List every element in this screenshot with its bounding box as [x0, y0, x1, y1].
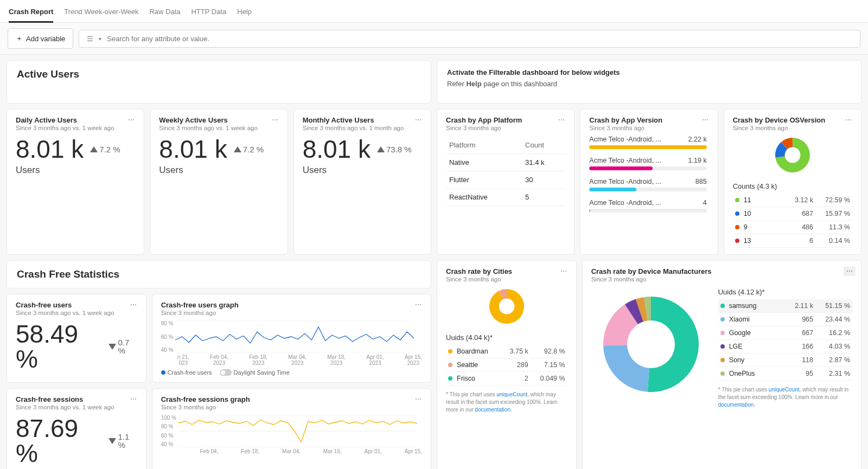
uniquecount-link[interactable]: uniqueCount [769, 387, 800, 393]
legend-value-1: 667 [781, 329, 813, 337]
tick-label: Apr 01, 2023 [366, 354, 384, 366]
more-icon[interactable]: ⋯ [560, 267, 567, 275]
more-icon[interactable]: ⋯ [130, 301, 137, 309]
card-sub: Since 3 months ago vs. 1 month ago [303, 125, 404, 131]
os-legend: 113.12 k72.59 %1068715.97 %948611.3 %136… [733, 194, 852, 248]
legend-row[interactable]: 948611.3 % [733, 221, 852, 234]
add-variable-button[interactable]: ＋ Add variable [8, 28, 73, 49]
tab-trend-week-over-week[interactable]: Trend Week-over-Week [64, 4, 138, 22]
legend-label: 13 [744, 237, 776, 245]
card-sub: Since 3 months ago [589, 125, 662, 131]
legend-row[interactable]: Google66716.2 % [718, 326, 852, 340]
tick-label: Mar 18, 2023 [327, 354, 346, 366]
crash-free-users-graph-card: Crash-free users graph Since 3 months ag… [152, 294, 431, 383]
more-icon[interactable]: ⋯ [844, 266, 856, 276]
tab-help[interactable]: Help [237, 4, 252, 22]
triangle-up-icon [234, 146, 241, 152]
table-row: Flutter30 [446, 171, 565, 189]
swatch-icon [720, 304, 725, 308]
tick-label: 80 % [161, 320, 174, 326]
svg-point-7 [499, 299, 514, 314]
bar-track [589, 209, 706, 213]
more-icon[interactable]: ⋯ [415, 301, 422, 309]
legend-row[interactable]: Sony1182.87 % [718, 354, 852, 367]
more-icon[interactable]: ⋯ [128, 116, 135, 124]
filter-toolbar: ＋ Add variable ☰ ▾ [0, 23, 868, 55]
value-text: 8.01 k [303, 137, 371, 162]
tick-label: 100 % [161, 415, 176, 421]
uniquecount-link[interactable]: uniqueCount [496, 391, 527, 397]
documentation-link[interactable]: documentation. [718, 402, 755, 408]
legend-value-2: 2.31 % [818, 370, 850, 377]
card-title: Crash-free sessions [16, 395, 114, 403]
more-icon[interactable]: ⋯ [130, 395, 137, 403]
change-indicator: 7.2 % [234, 145, 264, 153]
change-text: 1.1 % [118, 433, 137, 449]
tick-label: Mar 04, 2023 [288, 354, 307, 366]
more-icon[interactable]: ⋯ [272, 116, 279, 124]
tab-raw-data[interactable]: Raw Data [149, 4, 180, 22]
bar-fill [589, 166, 653, 170]
note-pre: * This pie chart uses [718, 387, 769, 393]
value-text: 87.69 % [16, 416, 102, 466]
bar-track [589, 145, 706, 149]
legend-value-1: 3.12 k [781, 196, 813, 204]
legend-row[interactable]: 113.12 k72.59 % [733, 194, 852, 207]
legend-value-2: 0.14 % [818, 237, 850, 245]
crash-os-card: Crash by Device OSVersion Since 3 months… [724, 109, 861, 255]
legend-row[interactable]: Boardman3.75 k92.8 % [446, 345, 567, 358]
bar-row: Acme Telco -Android, ...2.22 k [589, 136, 706, 149]
legend-value-2: 0.049 % [533, 375, 565, 382]
more-icon[interactable]: ⋯ [415, 395, 422, 403]
toggle-icon[interactable] [220, 369, 232, 376]
legend-row[interactable]: LGE1664.03 % [718, 340, 852, 354]
add-variable-label: Add variable [26, 35, 65, 43]
more-icon[interactable]: ⋯ [415, 116, 422, 124]
os-donut-chart [771, 133, 814, 177]
legend-row[interactable]: samsung2.11 k51.15 % [718, 299, 852, 313]
legend-row[interactable]: Seattle2897.15 % [446, 358, 567, 372]
legend-row[interactable]: 1068715.97 % [733, 207, 852, 221]
search-input[interactable] [107, 35, 852, 43]
legend-title: Uuids (4.12 k)* [718, 288, 852, 296]
legend-label: 11 [744, 196, 776, 204]
legend-row[interactable]: 1360.14 % [733, 234, 852, 248]
more-icon[interactable]: ⋯ [845, 116, 852, 124]
legend-row[interactable]: Frisco20.049 % [446, 372, 567, 386]
tab-crash-report[interactable]: Crash Report [9, 4, 53, 23]
crash-free-sessions-sparkline [178, 415, 417, 447]
documentation-link[interactable]: documentation. [475, 407, 512, 413]
tab-http-data[interactable]: HTTP Data [191, 4, 226, 22]
legend-label: Crash-free users [168, 369, 212, 376]
active-users-title: Active Users [17, 68, 421, 80]
card-sub: Since 3 months ago vs. 1 week ago [16, 404, 114, 410]
y-axis-ticks: 100 %80 %60 %40 % [161, 415, 176, 447]
filter-icon[interactable]: ☰ [87, 35, 93, 43]
crash-version-card: Crash by App Version Since 3 months ago … [580, 109, 718, 255]
card-sub: Since 3 months ago [446, 276, 512, 282]
swatch-icon [720, 331, 725, 335]
legend-row[interactable]: OnePlus952.31 % [718, 367, 852, 381]
bar-value: 2.22 k [688, 136, 707, 143]
legend-label: Xiaomi [729, 316, 776, 323]
more-icon[interactable]: ⋯ [558, 116, 565, 124]
swatch-icon [720, 371, 725, 376]
tick-label: n 21, 023 [177, 354, 189, 366]
tick-label: 40 % [161, 347, 174, 353]
bar-value: 1.19 k [688, 157, 707, 164]
more-icon[interactable]: ⋯ [702, 116, 709, 124]
card-title: Crash rate by Cities [446, 267, 512, 275]
swatch-icon [735, 211, 739, 216]
legend-row[interactable]: Xiaomi96523.44 % [718, 313, 852, 326]
legend-value-2: 15.97 % [818, 210, 850, 217]
bar-row: Acme Telco -Android, ...4 [589, 199, 706, 213]
metric-unit: Users [159, 165, 278, 176]
legend-label: Daylight Saving Time [234, 369, 290, 376]
metric-value: 8.01 k7.2 % [159, 137, 278, 162]
col-header: Platform [446, 137, 522, 154]
chevron-down-icon[interactable]: ▾ [99, 36, 101, 42]
change-text: 0.7 % [118, 338, 137, 355]
legend-value-1: 3.75 k [496, 348, 528, 355]
legend-label: LGE [729, 343, 776, 350]
bar-fill [589, 188, 636, 191]
